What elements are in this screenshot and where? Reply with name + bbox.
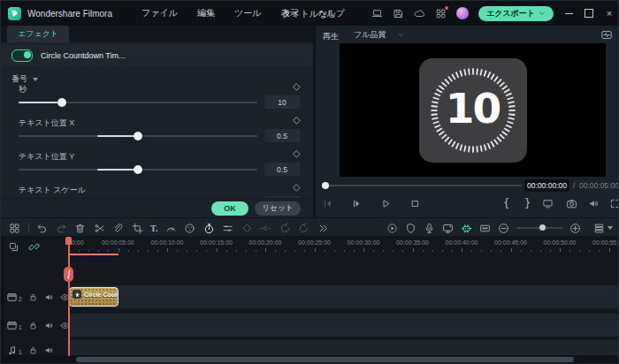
timeline-clip[interactable]: Circle Coun... (69, 287, 118, 307)
project-title: タイトルなし (282, 8, 336, 20)
more-tools-icon[interactable] (317, 223, 329, 234)
menu-tools[interactable]: ツール (234, 7, 261, 19)
apps-grid-icon[interactable] (435, 8, 447, 19)
video-preview[interactable]: 10 (340, 43, 606, 177)
menu-edit[interactable]: 編集 (197, 7, 215, 19)
lock-icon[interactable] (28, 292, 38, 302)
keyframe-diamond-icon[interactable] (292, 82, 302, 92)
lock-icon[interactable] (28, 345, 38, 355)
slider-track[interactable] (19, 135, 257, 137)
chevron-down-icon (539, 10, 546, 17)
mute-icon[interactable] (44, 292, 54, 302)
slider-handle[interactable] (57, 98, 66, 107)
seek-handle[interactable] (322, 182, 329, 189)
save-icon[interactable] (393, 8, 404, 19)
horizontal-scrollbar[interactable] (76, 357, 574, 362)
zoom-out-icon[interactable] (498, 223, 509, 234)
voiceover-icon[interactable] (424, 223, 435, 234)
timeline-left-edge (1, 237, 4, 364)
playhead[interactable] (68, 237, 70, 356)
keyframe-icon[interactable] (241, 223, 253, 234)
mark-in-button[interactable]: { (503, 197, 509, 209)
ruler-label: 00:00:30:00 (348, 239, 380, 246)
crop-icon[interactable] (132, 223, 143, 234)
playhead-flag[interactable] (65, 237, 72, 245)
stabilize-icon[interactable] (279, 223, 291, 234)
app-name: Wondershare Filmora (27, 9, 112, 19)
export-button[interactable]: エクスポート (478, 6, 554, 21)
slider-handle[interactable] (134, 132, 142, 140)
device-preview-icon[interactable] (371, 8, 383, 19)
slider-label: テキスト スケール (19, 185, 86, 196)
minimize-button[interactable] (563, 8, 574, 19)
mute-icon[interactable] (44, 345, 54, 355)
media-layout-icon[interactable] (9, 223, 20, 234)
effect-enable-toggle[interactable] (11, 49, 33, 62)
redo-icon[interactable] (56, 223, 67, 234)
fit-timeline-icon[interactable] (479, 223, 491, 234)
clip-label: Circle Coun... (84, 292, 118, 298)
color-icon[interactable] (184, 223, 195, 234)
timeline-zoom-slider[interactable] (516, 227, 562, 229)
screen-record-icon[interactable] (442, 223, 454, 234)
fullscreen-icon[interactable] (609, 198, 619, 209)
play-button[interactable] (380, 198, 392, 209)
delete-icon[interactable] (74, 223, 86, 234)
motion-tracking-icon[interactable] (260, 223, 271, 234)
stop-button[interactable] (409, 198, 421, 209)
reset-button[interactable]: リセット (255, 201, 301, 216)
auto-ripple-icon[interactable] (28, 241, 40, 253)
track-lane-video-1[interactable] (69, 314, 619, 337)
speed-icon[interactable] (165, 223, 177, 234)
slider-value[interactable]: 0.5 (264, 163, 300, 176)
close-button[interactable]: × (604, 8, 615, 19)
render-preview-icon[interactable] (386, 223, 398, 234)
track-manage-menu[interactable] (593, 223, 613, 234)
avatar[interactable] (456, 7, 469, 19)
slider-value[interactable]: 0.5 (264, 129, 300, 142)
slider-handle[interactable] (134, 165, 142, 174)
zoom-in-icon[interactable] (569, 223, 581, 234)
slider-track[interactable] (19, 102, 257, 103)
slider-value[interactable]: 10 (264, 95, 300, 109)
adjust-icon[interactable] (222, 223, 233, 234)
rotation-icon[interactable] (298, 223, 310, 234)
menu-file[interactable]: ファイル (141, 7, 178, 19)
timer-effect-icon[interactable] (203, 223, 215, 234)
toolbar-divider (28, 223, 29, 233)
next-frame-button[interactable] (351, 198, 363, 209)
tab-effect[interactable]: エフェクト (7, 26, 69, 42)
maximize-button[interactable] (584, 8, 594, 19)
ruler-label: 0:00 (72, 239, 84, 246)
effect-name: Circle Countdown Tim... (41, 51, 126, 60)
quality-dropdown[interactable]: フル品質 (348, 28, 409, 42)
scope-icon[interactable] (600, 29, 614, 41)
overwrite-mode-icon[interactable] (8, 241, 19, 253)
ok-button[interactable]: OK (211, 201, 248, 216)
ai-assistant-icon[interactable] (461, 223, 472, 234)
keyframe-diamond-icon[interactable] (292, 149, 302, 159)
keyframe-diamond-icon[interactable] (292, 116, 302, 125)
volume-icon[interactable] (588, 198, 600, 209)
snapshot-icon[interactable] (566, 198, 577, 209)
mute-icon[interactable] (44, 321, 54, 330)
mark-out-button[interactable]: } (524, 197, 531, 209)
attach-icon[interactable] (112, 223, 124, 234)
playhead-marker[interactable] (64, 267, 73, 282)
undo-icon[interactable] (36, 223, 48, 234)
zoom-slider-handle[interactable] (539, 224, 546, 231)
seek-bar[interactable] (325, 185, 522, 186)
mirror-display-icon[interactable] (542, 198, 554, 209)
keyframe-diamond-icon[interactable] (292, 183, 302, 193)
slider-track[interactable] (19, 169, 257, 171)
filmora-window: Wondershare Filmora ファイル 編集 ツール 表示 ヘルプ タ… (0, 0, 619, 364)
cloud-icon[interactable] (414, 8, 425, 19)
text-tool-button[interactable]: T. (150, 224, 157, 233)
split-icon[interactable] (94, 223, 105, 234)
shield-icon[interactable] (405, 223, 416, 234)
lock-icon[interactable] (28, 321, 38, 330)
previous-frame-button[interactable] (322, 198, 333, 209)
filmora-logo-icon (8, 7, 21, 20)
track-lane-video-2[interactable] (69, 285, 619, 308)
timeline-ruler[interactable]: 0:0000:00:05:0000:00:10:0000:00:15:0000:… (69, 237, 619, 255)
